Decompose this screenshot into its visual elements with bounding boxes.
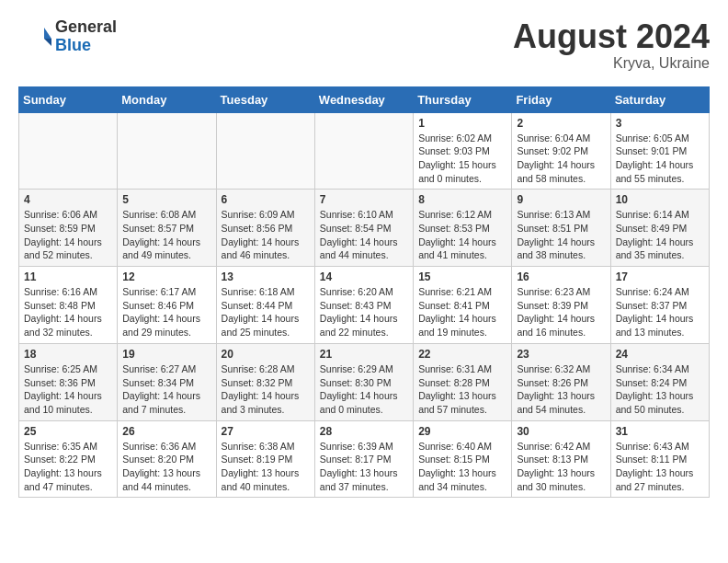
day-number: 12 (122, 270, 210, 283)
week-row-2: 4Sunrise: 6:06 AMSunset: 8:59 PMDaylight… (19, 190, 710, 267)
day-info: Sunrise: 6:16 AM (24, 285, 112, 299)
day-info: Daylight: 14 hours and 29 minutes. (122, 312, 210, 339)
day-info: Sunset: 8:17 PM (320, 453, 408, 466)
calendar-cell: 16Sunrise: 6:23 AMSunset: 8:39 PMDayligh… (512, 267, 610, 344)
day-header-monday: Monday (118, 86, 216, 112)
calendar-table: SundayMondayTuesdayWednesdayThursdayFrid… (18, 86, 710, 499)
logo-text: General Blue (55, 18, 117, 55)
calendar-cell: 4Sunrise: 6:06 AMSunset: 8:59 PMDaylight… (19, 190, 118, 267)
calendar-cell: 9Sunrise: 6:13 AMSunset: 8:51 PMDaylight… (512, 190, 610, 267)
calendar-cell: 17Sunrise: 6:24 AMSunset: 8:37 PMDayligh… (610, 267, 709, 344)
day-info: Daylight: 14 hours and 41 minutes. (418, 236, 506, 262)
day-info: Sunset: 8:30 PM (320, 376, 408, 390)
calendar-cell: 2Sunrise: 6:04 AMSunset: 9:02 PMDaylight… (512, 112, 610, 190)
day-number: 25 (24, 425, 112, 438)
day-info: Daylight: 14 hours and 58 minutes. (517, 158, 605, 185)
day-number: 11 (24, 270, 112, 283)
day-info: Sunset: 8:53 PM (418, 222, 506, 236)
day-info: Sunrise: 6:13 AM (517, 208, 605, 222)
calendar-cell (314, 112, 413, 190)
calendar-cell: 28Sunrise: 6:39 AMSunset: 8:17 PMDayligh… (314, 420, 413, 498)
day-header-saturday: Saturday (610, 86, 709, 112)
day-info: Daylight: 13 hours and 30 minutes. (517, 466, 605, 493)
day-info: Daylight: 14 hours and 46 minutes. (222, 236, 310, 262)
day-info: Daylight: 14 hours and 55 minutes. (616, 158, 704, 185)
day-info: Daylight: 14 hours and 3 minutes. (222, 389, 310, 416)
day-info: Sunrise: 6:08 AM (122, 208, 210, 222)
day-number: 6 (222, 193, 310, 206)
day-info: Sunset: 9:01 PM (616, 144, 704, 158)
day-number: 8 (418, 193, 506, 206)
day-info: Sunrise: 6:34 AM (616, 362, 704, 376)
day-info: Sunset: 8:36 PM (24, 376, 112, 390)
day-info: Sunrise: 6:20 AM (320, 285, 408, 299)
calendar-cell: 29Sunrise: 6:40 AMSunset: 8:15 PMDayligh… (414, 420, 512, 498)
title-block: August 2024 Kryva, Ukraine (513, 18, 710, 72)
day-info: Sunrise: 6:32 AM (517, 362, 605, 376)
day-info: Sunrise: 6:29 AM (320, 362, 408, 376)
day-info: Sunset: 8:44 PM (222, 299, 310, 313)
logo: General Blue (18, 18, 117, 55)
day-info: Sunset: 8:11 PM (616, 453, 704, 466)
day-info: Sunrise: 6:10 AM (320, 208, 408, 222)
day-info: Sunset: 8:56 PM (222, 222, 310, 236)
day-number: 23 (517, 348, 605, 361)
day-info: Sunrise: 6:43 AM (616, 440, 704, 454)
day-info: Sunrise: 6:09 AM (222, 208, 310, 222)
day-number: 15 (418, 270, 506, 283)
day-info: Daylight: 13 hours and 44 minutes. (122, 466, 210, 493)
day-info: Sunrise: 6:40 AM (418, 440, 506, 454)
day-info: Sunset: 8:59 PM (24, 222, 112, 236)
day-number: 2 (517, 117, 605, 130)
day-info: Sunrise: 6:36 AM (122, 440, 210, 454)
day-info: Daylight: 14 hours and 0 minutes. (320, 389, 408, 416)
day-info: Sunset: 8:32 PM (222, 376, 310, 390)
page-header: General Blue August 2024 Kryva, Ukraine (18, 18, 710, 72)
day-info: Daylight: 14 hours and 16 minutes. (517, 312, 605, 339)
day-info: Sunrise: 6:42 AM (517, 440, 605, 454)
day-info: Daylight: 14 hours and 7 minutes. (122, 389, 210, 416)
calendar-cell: 5Sunrise: 6:08 AMSunset: 8:57 PMDaylight… (118, 190, 216, 267)
day-info: Sunset: 8:48 PM (24, 299, 112, 313)
svg-marker-1 (44, 39, 51, 46)
day-number: 28 (320, 425, 408, 438)
day-info: Sunset: 8:28 PM (418, 376, 506, 390)
day-header-wednesday: Wednesday (314, 86, 413, 112)
day-info: Daylight: 14 hours and 25 minutes. (222, 312, 310, 339)
day-info: Sunrise: 6:17 AM (122, 285, 210, 299)
day-info: Sunset: 8:39 PM (517, 299, 605, 313)
day-number: 31 (616, 425, 704, 438)
calendar-cell: 27Sunrise: 6:38 AMSunset: 8:19 PMDayligh… (216, 420, 314, 498)
day-info: Daylight: 14 hours and 19 minutes. (418, 312, 506, 339)
calendar-cell: 22Sunrise: 6:31 AMSunset: 8:28 PMDayligh… (414, 343, 512, 420)
day-info: Sunset: 8:43 PM (320, 299, 408, 313)
calendar-cell (118, 112, 216, 190)
calendar-cell: 19Sunrise: 6:27 AMSunset: 8:34 PMDayligh… (118, 343, 216, 420)
calendar-cell: 31Sunrise: 6:43 AMSunset: 8:11 PMDayligh… (610, 420, 709, 498)
day-info: Sunset: 8:26 PM (517, 376, 605, 390)
day-info: Sunset: 8:20 PM (122, 453, 210, 466)
calendar-cell: 25Sunrise: 6:35 AMSunset: 8:22 PMDayligh… (19, 420, 118, 498)
day-number: 30 (517, 425, 605, 438)
day-info: Sunrise: 6:02 AM (418, 132, 506, 145)
calendar-cell: 30Sunrise: 6:42 AMSunset: 8:13 PMDayligh… (512, 420, 610, 498)
day-info: Sunset: 9:03 PM (418, 144, 506, 158)
logo-icon (18, 20, 51, 53)
day-number: 4 (24, 193, 112, 206)
day-number: 22 (418, 348, 506, 361)
day-info: Sunset: 8:49 PM (616, 222, 704, 236)
day-info: Daylight: 14 hours and 32 minutes. (24, 312, 112, 339)
day-info: Daylight: 14 hours and 44 minutes. (320, 236, 408, 262)
month-year: August 2024 (513, 18, 710, 55)
day-info: Sunset: 8:57 PM (122, 222, 210, 236)
day-info: Daylight: 13 hours and 57 minutes. (418, 389, 506, 416)
calendar-cell: 3Sunrise: 6:05 AMSunset: 9:01 PMDaylight… (610, 112, 709, 190)
calendar-cell: 14Sunrise: 6:20 AMSunset: 8:43 PMDayligh… (314, 267, 413, 344)
day-info: Sunset: 8:34 PM (122, 376, 210, 390)
week-row-1: 1Sunrise: 6:02 AMSunset: 9:03 PMDaylight… (19, 112, 710, 190)
day-number: 5 (122, 193, 210, 206)
day-header-sunday: Sunday (19, 86, 118, 112)
day-info: Sunset: 8:22 PM (24, 453, 112, 466)
calendar-cell: 10Sunrise: 6:14 AMSunset: 8:49 PMDayligh… (610, 190, 709, 267)
day-header-thursday: Thursday (414, 86, 512, 112)
